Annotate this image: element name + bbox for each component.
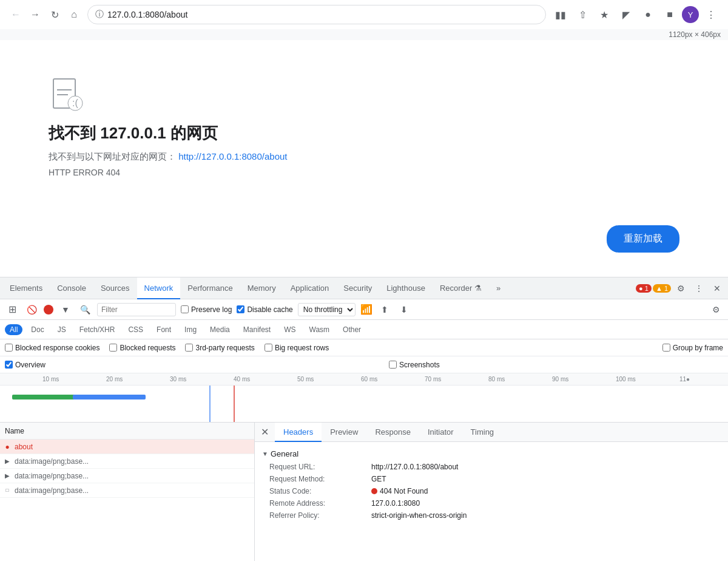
tab-lighthouse[interactable]: Lighthouse: [379, 277, 433, 299]
reload-page-button[interactable]: 重新加载: [607, 225, 679, 253]
blocked-cookies-checkbox[interactable]: [5, 344, 13, 352]
home-button[interactable]: ⌂: [66, 6, 83, 23]
filter-ws[interactable]: WS: [279, 324, 300, 335]
filter-media[interactable]: Media: [205, 324, 235, 335]
filter-all[interactable]: All: [5, 324, 22, 335]
forward-button[interactable]: →: [27, 6, 44, 23]
blocked-requests-label[interactable]: Blocked requests: [109, 344, 175, 352]
close-detail-tab[interactable]: ✕: [255, 423, 275, 442]
filter-input[interactable]: [97, 303, 176, 316]
group-by-frame-label[interactable]: Group by frame: [662, 344, 723, 352]
big-request-rows-checkbox[interactable]: [265, 344, 272, 352]
info-row-method: Request Method: GET: [255, 473, 728, 485]
tab-recorder[interactable]: Recorder ⚗: [433, 277, 489, 299]
detail-tabs: ✕ Headers Preview Response Initiator Tim…: [255, 423, 728, 442]
bookmark-button[interactable]: ★: [595, 5, 614, 24]
detail-tab-headers[interactable]: Headers: [275, 423, 322, 442]
filter-manifest[interactable]: Manifest: [238, 324, 275, 335]
request-name-about: about: [12, 443, 254, 451]
address-bar[interactable]: ⓘ 127.0.0.1:8080/about: [87, 5, 546, 24]
status-value: 404 Not Found: [371, 487, 428, 495]
filter-font[interactable]: Font: [152, 324, 176, 335]
request-row-img1[interactable]: ▶ data:image/png;base...: [0, 454, 254, 469]
tab-sources[interactable]: Sources: [93, 277, 137, 299]
preserve-log-label[interactable]: Preserve log: [181, 305, 232, 314]
nav-buttons: ← → ↻ ⌂: [7, 6, 83, 23]
browser-chrome: ← → ↻ ⌂ ⓘ 127.0.0.1:8080/about ▮▮ ⇧ ★ ◤ …: [0, 0, 728, 29]
detail-panel: ✕ Headers Preview Response Initiator Tim…: [255, 423, 728, 561]
filter-css[interactable]: CSS: [123, 324, 148, 335]
request-row-img3[interactable]: □ data:image/png;base...: [0, 483, 254, 498]
tab-memory[interactable]: Memory: [240, 277, 283, 299]
throttle-select[interactable]: No throttling Slow 3G Fast 3G: [298, 303, 356, 316]
tab-more[interactable]: »: [489, 277, 508, 299]
big-request-rows-label[interactable]: Big request rows: [265, 344, 329, 352]
close-devtools-button[interactable]: ✕: [709, 280, 726, 297]
tick-70ms: 70 ms: [425, 376, 441, 382]
referrer-value: strict-origin-when-cross-origin: [371, 511, 467, 520]
group-by-frame-checkbox[interactable]: [662, 344, 670, 352]
puzzle-button[interactable]: ●: [638, 5, 658, 24]
menu-button[interactable]: ⋮: [701, 5, 721, 24]
clear-button[interactable]: 🚫: [24, 302, 39, 317]
filter-wasm[interactable]: Wasm: [305, 324, 335, 335]
request-row-img2[interactable]: ▶ data:image/png;base...: [0, 469, 254, 483]
profile-button[interactable]: Y: [682, 6, 699, 23]
settings-button[interactable]: ⚙: [672, 280, 689, 297]
svg-text::(: :(: [72, 98, 78, 108]
devtools: Elements Console Sources Network Perform…: [0, 277, 728, 561]
download-button[interactable]: ⬇: [397, 302, 411, 317]
general-section-header[interactable]: ▼ General: [255, 447, 728, 461]
triangle-icon: ▼: [262, 450, 268, 457]
error-url-link[interactable]: http://127.0.0.1:8080/about: [178, 151, 287, 162]
more-options-button[interactable]: ⋮: [690, 280, 707, 297]
screenshots-checkbox[interactable]: [389, 361, 397, 369]
back-button[interactable]: ←: [7, 6, 24, 23]
tab-security[interactable]: Security: [336, 277, 379, 299]
checkboxes-row: Blocked response cookies Blocked request…: [0, 339, 728, 356]
filter-doc[interactable]: Doc: [26, 324, 49, 335]
overview-label[interactable]: Overview: [5, 361, 46, 369]
reload-button[interactable]: ↻: [46, 6, 63, 23]
search-button[interactable]: 🔍: [78, 302, 92, 317]
preserve-log-checkbox[interactable]: [181, 305, 189, 313]
cast-button[interactable]: ▮▮: [551, 5, 570, 24]
network-settings-button[interactable]: ⚙: [709, 302, 723, 317]
detail-tab-response[interactable]: Response: [366, 423, 419, 442]
filter-img[interactable]: Img: [180, 324, 201, 335]
info-icon: ⓘ: [95, 9, 104, 20]
disable-cache-label[interactable]: Disable cache: [237, 305, 292, 314]
tab-console[interactable]: Console: [50, 277, 93, 299]
blocked-cookies-label[interactable]: Blocked response cookies: [5, 344, 99, 352]
record-button[interactable]: [44, 305, 53, 314]
error-title: 找不到 127.0.0.1 的网页: [49, 123, 218, 144]
tab-elements[interactable]: Elements: [2, 277, 50, 299]
status-dot: [371, 488, 377, 494]
detail-tab-timing[interactable]: Timing: [462, 423, 503, 442]
filter-js[interactable]: JS: [53, 324, 71, 335]
request-row-about[interactable]: ● about: [0, 440, 254, 454]
overview-checkbox[interactable]: [5, 361, 13, 369]
wifi-icon: 📶: [360, 304, 372, 315]
blocked-requests-checkbox[interactable]: [109, 344, 117, 352]
request-name-img1: data:image/png;base...: [12, 457, 254, 466]
disable-cache-checkbox[interactable]: [237, 305, 244, 313]
detail-tab-initiator[interactable]: Initiator: [419, 423, 462, 442]
overview-row: Overview Screenshots: [0, 356, 728, 373]
filter-other[interactable]: Other: [338, 324, 366, 335]
detail-tab-preview[interactable]: Preview: [322, 423, 366, 442]
devtools-button[interactable]: ■: [660, 5, 679, 24]
third-party-label[interactable]: 3rd-party requests: [185, 344, 254, 352]
tab-application[interactable]: Application: [283, 277, 337, 299]
share-button[interactable]: ⇧: [573, 5, 592, 24]
tab-performance[interactable]: Performance: [180, 277, 240, 299]
filter-button[interactable]: ▼: [58, 302, 73, 317]
devtools-icon-button[interactable]: ⊞: [5, 302, 19, 317]
screenshots-label[interactable]: Screenshots: [389, 361, 440, 369]
tab-network[interactable]: Network: [137, 277, 181, 299]
filter-fetch-xhr[interactable]: Fetch/XHR: [75, 324, 120, 335]
extensions-button[interactable]: ◤: [616, 5, 636, 24]
upload-button[interactable]: ⬆: [377, 302, 392, 317]
tick-110ms: 11●: [679, 376, 690, 382]
third-party-checkbox[interactable]: [185, 344, 193, 352]
